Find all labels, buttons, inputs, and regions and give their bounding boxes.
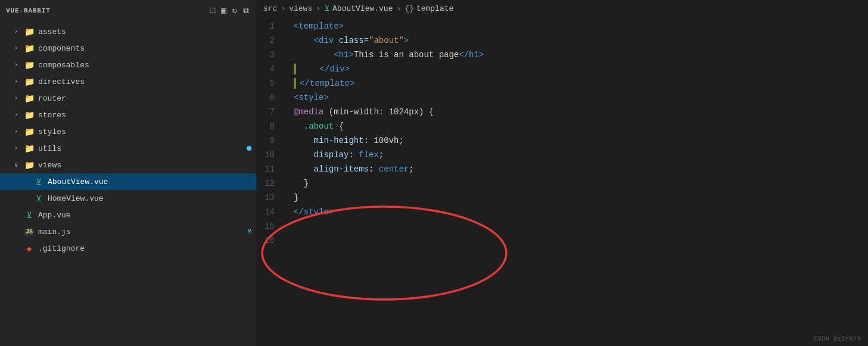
line-number-3: 3: [256, 48, 282, 62]
icon-folder-blue: 📁: [24, 127, 35, 137]
code-line-4: </div>: [294, 62, 868, 76]
line-number-7: 7: [256, 105, 282, 119]
file-label-directives: directives: [38, 77, 256, 86]
code-tokens-1: <template>: [294, 19, 344, 33]
code-line-10: min-height: 100vh;: [294, 133, 868, 148]
file-label-stores: stores: [38, 111, 256, 120]
code-tokens-4: </div>: [300, 62, 350, 76]
arrow-utils: ›: [14, 145, 21, 152]
breadcrumb-template: template: [416, 4, 453, 13]
line-number-15: 15: [256, 219, 282, 233]
code-tokens-8: @media (min-width: 1024px) {: [294, 105, 434, 119]
gutter-bar-5: [294, 78, 296, 89]
code-tokens-10: min-height: 100vh;: [294, 133, 404, 148]
code-line-12: align-items: center;: [294, 162, 868, 176]
icon-folder-brown: 📁: [24, 110, 35, 120]
sidebar-item-components[interactable]: ›📁components: [0, 40, 256, 57]
line-number-4: 4: [256, 62, 282, 76]
arrow-stores: ›: [14, 112, 21, 119]
file-tree: ›📁assets›📁components›📁composables›📁direc…: [0, 21, 256, 346]
file-label-styles: styles: [38, 127, 256, 136]
sidebar-header: VUE-RABBIT □ ▣ ↻ ⧉: [0, 0, 256, 21]
line-number-8: 8: [256, 119, 282, 133]
breadcrumb-vue-icon: ⊻: [324, 4, 330, 13]
sidebar: VUE-RABBIT □ ▣ ↻ ⧉ ›📁assets›📁components›…: [0, 0, 256, 346]
file-label-App: App.vue: [38, 211, 256, 220]
code-line-1: <template>: [294, 19, 868, 33]
line-number-1: 1: [256, 19, 282, 33]
file-label-router: router: [38, 94, 256, 103]
sidebar-item-gitignore[interactable]: ◆.gitignore: [0, 240, 256, 257]
code-line-3: <h1>This is an about page</h1>: [294, 48, 868, 62]
sidebar-item-utils[interactable]: ›📁utils: [0, 140, 256, 157]
sidebar-item-AboutView[interactable]: ⊻AboutView.vue: [0, 173, 256, 190]
sidebar-item-App[interactable]: ⊻App.vue: [0, 207, 256, 223]
code-line-5: </template>: [294, 76, 868, 91]
file-label-views: views: [38, 161, 256, 170]
editor: src › views › ⊻ AboutView.vue › {} templ…: [256, 0, 868, 346]
file-label-composables: composables: [38, 61, 256, 70]
file-label-HomeView: HomeView.vue: [48, 194, 256, 203]
code-line-8: @media (min-width: 1024px) {: [294, 105, 868, 119]
code-line-7: <style>: [294, 91, 868, 105]
line-number-9: 9: [256, 133, 282, 148]
arrow-styles: ›: [14, 129, 21, 135]
line-number-14: 14: [256, 205, 282, 219]
refresh-icon[interactable]: ↻: [231, 4, 238, 17]
line-number-2: 2: [256, 33, 282, 48]
icon-vue: ⊻: [33, 194, 44, 204]
code-tokens-9: .about {: [294, 119, 344, 133]
arrow-assets: ›: [14, 29, 21, 35]
icon-js: JS: [24, 228, 35, 236]
sidebar-item-main[interactable]: JSmain.jsM: [0, 223, 256, 240]
sidebar-item-router[interactable]: ›📁router: [0, 90, 256, 107]
sidebar-item-HomeView[interactable]: ⊻HomeView.vue: [0, 190, 256, 207]
breadcrumb-sep-3: ›: [396, 4, 401, 13]
line-number-6: 6: [256, 91, 282, 105]
arrow-composables: ›: [14, 62, 21, 68]
sidebar-item-composables[interactable]: ›📁composables: [0, 57, 256, 73]
new-folder-icon[interactable]: ▣: [220, 4, 227, 17]
code-tokens-14: }: [294, 191, 298, 205]
icon-git: ◆: [24, 244, 35, 254]
icon-vue: ⊻: [24, 210, 35, 220]
icon-folder-brown: 📁: [24, 60, 35, 70]
file-label-AboutView: AboutView.vue: [48, 177, 256, 186]
icon-folder-green: 📁: [24, 144, 35, 154]
icon-folder-green: 📁: [24, 93, 35, 104]
sidebar-actions: □ ▣ ↻ ⧉: [209, 4, 250, 17]
sidebar-item-directives[interactable]: ›📁directives: [0, 73, 256, 90]
code-area[interactable]: <template> <div class="about"> <h1>This …: [289, 19, 868, 344]
code-line-11: display: flex;: [294, 148, 868, 162]
editor-body: 12345678910111213141516 <template> <div …: [256, 17, 868, 346]
sidebar-item-stores[interactable]: ›📁stores: [0, 107, 256, 123]
arrow-views: ∨: [14, 161, 21, 169]
sidebar-item-views[interactable]: ∨📁views: [0, 157, 256, 173]
file-label-main: main.js: [38, 227, 247, 236]
code-tokens-11: display: flex;: [294, 148, 384, 162]
file-label-utils: utils: [38, 144, 247, 153]
code-tokens-12: align-items: center;: [294, 162, 414, 176]
code-line-9: .about {: [294, 119, 868, 133]
line-number-16: 16: [256, 233, 282, 248]
icon-folder-red: 📁: [24, 160, 35, 170]
breadcrumb-brace: {}: [405, 4, 414, 13]
gutter-bar-4: [294, 64, 296, 74]
line-number-12: 12: [256, 176, 282, 191]
badge-text-main: M: [247, 228, 251, 235]
breadcrumb-src: src: [263, 4, 277, 13]
sidebar-item-assets[interactable]: ›📁assets: [0, 23, 256, 40]
code-tokens-7: <style>: [294, 91, 329, 105]
breadcrumb-sep-2: ›: [316, 4, 321, 13]
watermark: CSDN @zZr879: [814, 335, 861, 342]
code-tokens-3: <h1>This is an about page</h1>: [294, 48, 484, 62]
code-line-2: <div class="about">: [294, 33, 868, 48]
breadcrumb-sep-1: ›: [281, 4, 285, 13]
code-tokens-13: }: [294, 176, 309, 191]
collapse-icon[interactable]: ⧉: [242, 5, 250, 17]
sidebar-item-styles[interactable]: ›📁styles: [0, 123, 256, 140]
file-label-components: components: [38, 44, 256, 53]
icon-folder-brown: 📁: [24, 77, 35, 87]
icon-folder-brown: 📁: [24, 27, 35, 37]
new-file-icon[interactable]: □: [209, 5, 216, 17]
